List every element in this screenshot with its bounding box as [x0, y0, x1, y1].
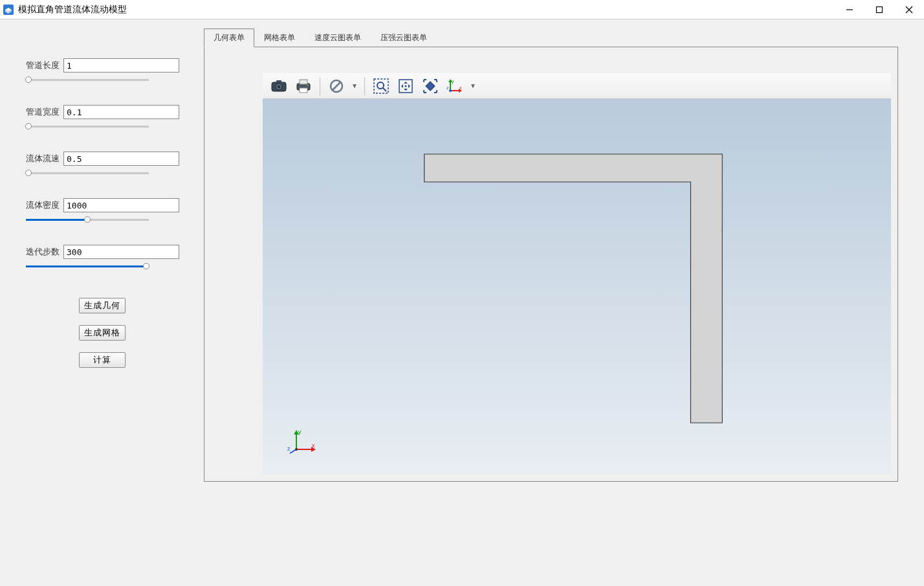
axis-label-z: z	[287, 445, 291, 452]
fluid-density-slider[interactable]	[26, 214, 149, 225]
pipe-width-input[interactable]	[63, 105, 179, 119]
tab-bar: 几何表单 网格表单 速度云图表单 压强云图表单	[204, 28, 898, 47]
svg-point-19	[405, 85, 407, 87]
axis-label-x: x	[312, 442, 315, 449]
svg-rect-10	[300, 80, 307, 84]
fluid-velocity-input[interactable]	[63, 152, 179, 166]
camera-icon[interactable]	[268, 75, 290, 97]
svg-point-16	[377, 82, 384, 89]
pipe-width-slider[interactable]	[26, 120, 149, 132]
disable-icon[interactable]	[325, 75, 347, 97]
generate-mesh-button[interactable]: 生成网格	[79, 325, 126, 341]
param-fluid-density: 流体密度	[26, 198, 178, 225]
svg-rect-2	[877, 6, 883, 12]
pipe-length-slider[interactable]	[26, 74, 149, 85]
param-label: 管道长度	[26, 60, 60, 71]
svg-rect-11	[300, 88, 307, 93]
close-button[interactable]	[894, 0, 924, 19]
param-label: 流体流速	[26, 153, 60, 164]
dropdown-icon[interactable]: ▼	[468, 82, 478, 89]
generate-geometry-button[interactable]: 生成几何	[79, 298, 126, 313]
svg-line-14	[333, 82, 340, 90]
toolbar-separator	[364, 77, 365, 95]
tab-geometry-form[interactable]: 几何表单	[204, 28, 254, 47]
axis-icon[interactable]: y x z	[444, 75, 466, 97]
dropdown-icon[interactable]: ▼	[350, 82, 359, 89]
axis-label-y: y	[298, 429, 302, 435]
svg-point-25	[449, 89, 452, 92]
main-panel: 几何表单 网格表单 速度云图表单 压强云图表单	[204, 19, 924, 586]
geometry-shape	[263, 99, 891, 475]
minimize-button[interactable]	[835, 0, 864, 19]
printer-icon[interactable]	[292, 75, 314, 97]
svg-rect-20	[426, 81, 435, 90]
title-bar-left: 模拟直角管道流体流动模型	[0, 4, 127, 16]
viewport-frame: ▼	[204, 47, 898, 482]
action-buttons: 生成几何 生成网格 计算	[26, 298, 178, 368]
svg-point-12	[307, 85, 309, 86]
viewport-toolbar: ▼	[263, 73, 891, 99]
pan-icon[interactable]	[395, 75, 417, 97]
tab-pressure-contour-form[interactable]: 压强云图表单	[371, 28, 437, 47]
svg-text:y: y	[452, 79, 454, 84]
svg-text:z: z	[446, 85, 449, 90]
zoom-area-icon[interactable]	[370, 75, 392, 97]
param-iterations: 迭代步数	[26, 245, 178, 272]
svg-point-30	[295, 448, 298, 451]
maximize-button[interactable]	[864, 0, 894, 19]
svg-rect-6	[276, 80, 281, 83]
iterations-slider[interactable]	[26, 260, 149, 272]
toolbar-separator	[320, 77, 320, 95]
tab-velocity-contour-form[interactable]: 速度云图表单	[305, 28, 371, 47]
title-bar: 模拟直角管道流体流动模型	[0, 0, 924, 19]
axis-gizmo: y x z	[287, 429, 317, 458]
param-fluid-velocity: 流体流速	[26, 152, 178, 179]
window-controls	[835, 0, 924, 19]
param-label: 管道宽度	[26, 106, 60, 118]
param-pipe-width: 管道宽度	[26, 105, 178, 132]
param-label: 迭代步数	[26, 246, 60, 258]
app-icon	[3, 4, 14, 16]
svg-point-8	[278, 85, 281, 88]
pipe-length-input[interactable]	[63, 58, 179, 73]
viewport-canvas[interactable]: y x z	[263, 99, 891, 475]
sidebar: 管道长度 管道宽度 流体流速	[0, 19, 204, 586]
svg-line-17	[383, 88, 386, 91]
fluid-velocity-slider[interactable]	[26, 167, 149, 179]
iterations-input[interactable]	[63, 245, 179, 259]
compute-button[interactable]: 计算	[79, 352, 126, 368]
tab-mesh-form[interactable]: 网格表单	[254, 28, 305, 47]
fit-view-icon[interactable]	[419, 75, 441, 97]
svg-text:x: x	[459, 85, 462, 90]
fluid-density-input[interactable]	[63, 198, 179, 212]
app-title: 模拟直角管道流体流动模型	[18, 4, 127, 16]
param-pipe-length: 管道长度	[26, 58, 178, 85]
param-label: 流体密度	[26, 199, 60, 211]
